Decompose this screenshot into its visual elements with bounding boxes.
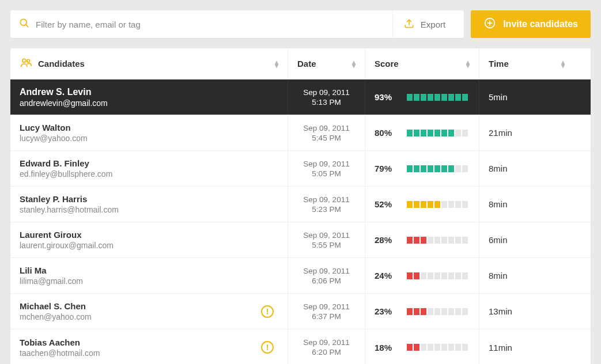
- time-cell: 11min: [479, 329, 574, 364]
- score-cell: 52%: [365, 187, 479, 222]
- date-cell: Sep 09, 20116:37 PM: [288, 294, 365, 329]
- score-segment: [407, 272, 413, 279]
- svg-point-5: [22, 59, 26, 62]
- table-row[interactable]: Tobias Aachentaachen@hotmail.com!Sep 09,…: [10, 329, 591, 364]
- score-segment: [407, 94, 413, 101]
- table-row[interactable]: Laurent Girouxlaurent.giroux@gmail.comSe…: [10, 222, 591, 258]
- candidate-name: Tobias Aachen: [20, 338, 100, 347]
- header-score[interactable]: Score ▴▾: [365, 48, 479, 79]
- table-row[interactable]: Lili Malilima@gmail.comSep 09, 20116:06 …: [10, 258, 591, 294]
- score-segment: [455, 237, 461, 244]
- date-cell: Sep 09, 20115:45 PM: [288, 115, 365, 150]
- score-segment: [448, 344, 454, 351]
- score-segment: [414, 308, 419, 315]
- score-cell: 80%: [365, 115, 479, 150]
- score-segment: [421, 201, 426, 208]
- score-bar: [407, 272, 468, 279]
- date: Sep 09, 2011: [303, 267, 349, 275]
- header-candidates[interactable]: Candidates ▴▾: [10, 48, 288, 79]
- candidate-email: mchen@yahoo.com: [20, 312, 92, 321]
- score-bar: [407, 237, 468, 244]
- score-segment: [441, 165, 447, 172]
- search-icon: [18, 17, 30, 31]
- header-date-label: Date: [297, 59, 316, 69]
- svg-line-1: [26, 25, 28, 27]
- header-time[interactable]: Time ▴▾: [479, 48, 574, 79]
- table-row[interactable]: Michael S. Chenmchen@yahoo.com!Sep 09, 2…: [10, 294, 591, 329]
- filter-input[interactable]: [30, 20, 392, 29]
- date-cell: Sep 09, 20115:23 PM: [288, 187, 365, 222]
- time-taken: 6min: [489, 235, 508, 245]
- score-cell: 79%: [365, 151, 479, 186]
- table-row[interactable]: Stanley P. Harrisstanley.harris@hotmail.…: [10, 187, 591, 222]
- score-segment: [448, 201, 454, 208]
- score-segment: [414, 272, 419, 279]
- score-segment: [428, 272, 433, 279]
- time-of-day: 5:05 PM: [312, 169, 341, 178]
- time-of-day: 5:13 PM: [312, 98, 341, 107]
- score-segment: [434, 237, 440, 244]
- date: Sep 09, 2011: [303, 160, 349, 168]
- score-segment: [441, 237, 447, 244]
- score-segment: [414, 94, 419, 101]
- time-of-day: 6:20 PM: [312, 348, 341, 357]
- score-segment: [428, 130, 433, 136]
- candidate-cell: Lucy Waltonlucyw@yahoo.com: [10, 115, 288, 150]
- score-segment: [421, 165, 426, 172]
- table-row[interactable]: Lucy Waltonlucyw@yahoo.comSep 09, 20115:…: [10, 115, 591, 151]
- score-segment: [434, 201, 440, 208]
- score-segment: [448, 130, 454, 136]
- score-segment: [414, 237, 419, 244]
- score-percent: 24%: [375, 271, 398, 280]
- score-segment: [448, 165, 454, 172]
- score-segment: [434, 130, 440, 136]
- candidate-name: Andrew S. Levin: [20, 87, 108, 97]
- table-row[interactable]: Andrew S. Levinandrewlevin@gmail.comSep …: [10, 79, 591, 115]
- score-segment: [462, 344, 468, 351]
- time-taken: 8min: [489, 271, 508, 280]
- people-icon: [20, 56, 32, 71]
- score-segment: [462, 165, 468, 172]
- invite-candidates-button[interactable]: Invite candidates: [471, 10, 591, 38]
- candidate-cell: Lili Malilima@gmail.com: [10, 258, 288, 293]
- score-segment: [455, 201, 461, 208]
- score-segment: [448, 94, 454, 101]
- score-percent: 23%: [375, 306, 398, 316]
- candidate-name: Edward B. Finley: [20, 158, 112, 168]
- plus-circle-icon: [483, 17, 496, 32]
- sort-icon: ▴▾: [561, 60, 565, 67]
- score-segment: [441, 344, 447, 351]
- score-segment: [462, 237, 468, 244]
- score-segment: [441, 308, 447, 315]
- score-segment: [428, 165, 433, 172]
- export-button[interactable]: Export: [392, 10, 456, 38]
- date: Sep 09, 2011: [303, 231, 349, 240]
- time-cell: 8min: [479, 258, 574, 293]
- table-row[interactable]: Edward B. Finleyed.finley@bullsphere.com…: [10, 151, 591, 187]
- score-bar: [407, 94, 468, 101]
- score-cell: 28%: [365, 222, 479, 257]
- time-of-day: 6:37 PM: [312, 312, 341, 321]
- warning-icon: !: [261, 305, 274, 318]
- time-taken: 8min: [489, 164, 508, 173]
- time-of-day: 5:55 PM: [312, 241, 341, 249]
- date: Sep 09, 2011: [303, 338, 349, 347]
- time-taken: 21min: [489, 128, 512, 138]
- candidate-name: Laurent Giroux: [20, 230, 114, 240]
- warning-icon: !: [261, 341, 274, 354]
- candidate-cell: Edward B. Finleyed.finley@bullsphere.com: [10, 151, 288, 186]
- score-segment: [414, 130, 419, 136]
- score-segment: [407, 201, 413, 208]
- score-segment: [448, 272, 454, 279]
- header-score-label: Score: [375, 59, 399, 69]
- score-bar: [407, 308, 468, 315]
- score-segment: [441, 201, 447, 208]
- score-segment: [462, 308, 468, 315]
- score-segment: [407, 130, 413, 136]
- score-segment: [428, 344, 433, 351]
- score-percent: 18%: [375, 343, 398, 352]
- time-taken: 11min: [489, 343, 512, 352]
- score-percent: 80%: [375, 128, 398, 138]
- score-percent: 52%: [375, 199, 398, 209]
- header-date[interactable]: Date ▴▾: [288, 48, 365, 79]
